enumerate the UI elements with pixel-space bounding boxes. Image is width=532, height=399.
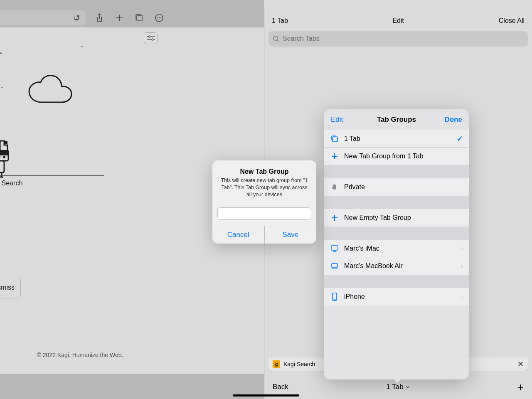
home-indicator[interactable] [233,394,299,397]
row-label: Private [344,183,463,191]
new-tab-group-alert: New Tab Group This will create new tab g… [212,160,316,244]
popover-edit-button[interactable]: Edit [331,116,374,124]
laptop-icon [330,263,339,269]
new-tab-group-from-row[interactable]: New Tab Group from 1 Tab [324,148,469,165]
svg-line-26 [277,40,279,42]
tab-group-row-1tab[interactable]: 1 Tab ✓ [324,130,469,148]
device-row-macbook[interactable]: Marc's MacBook Air › [324,257,469,275]
svg-rect-28 [331,246,338,250]
new-tab-button[interactable]: + [440,381,524,394]
checkmark-icon: ✓ [457,134,463,143]
desktop-icon [330,245,339,252]
alert-message: This will create new tab group from "1 T… [219,177,310,198]
tab-count-label: 1 Tab [272,17,356,25]
chevron-down-icon [405,384,410,389]
hand-icon [330,183,339,191]
private-row[interactable]: Private [324,178,469,196]
search-tabs-input[interactable] [283,35,524,42]
search-icon [273,35,279,42]
alert-title: New Tab Group [219,168,310,175]
svg-point-25 [273,36,278,40]
tab-groups-popover: Edit Tab Groups Done 1 Tab ✓ New Tab Gro… [324,109,469,379]
chevron-right-icon: › [461,293,463,300]
save-button[interactable]: Save [264,226,317,244]
svg-rect-27 [332,137,337,142]
plus-icon [330,214,339,222]
cancel-button[interactable]: Cancel [212,226,264,244]
plus-icon [330,153,339,160]
new-empty-tab-group-row[interactable]: New Empty Tab Group [324,209,469,227]
tabs-stack-icon [330,135,339,143]
device-row-iphone[interactable]: iPhone › [324,288,469,305]
row-label: iPhone [344,293,456,300]
search-tabs-field[interactable] [268,31,528,47]
alert-text-input[interactable] [217,207,311,220]
favicon-icon: g [273,360,280,368]
row-label: 1 Tab [344,135,452,143]
row-label: Marc's iMac [344,245,456,252]
tab-group-selector[interactable]: 1 Tab [356,383,440,391]
popover-done-button[interactable]: Done [419,116,462,124]
svg-rect-31 [332,264,337,267]
popover-arrow [393,378,401,383]
device-row-imac[interactable]: Marc's iMac › [324,240,469,257]
chevron-right-icon: › [461,262,463,270]
back-button[interactable]: Back [273,383,356,391]
phone-icon [330,293,339,301]
chevron-right-icon: › [461,245,463,252]
close-all-button[interactable]: Close All [440,17,525,25]
tab-overview-header: 1 Tab Edit Close All [264,13,532,28]
close-tab-icon[interactable]: ✕ [517,360,524,369]
edit-button[interactable]: Edit [356,17,441,25]
row-label: Marc's MacBook Air [344,262,456,270]
row-label: New Empty Tab Group [344,214,463,222]
row-label: New Tab Group from 1 Tab [344,153,463,160]
popover-title: Tab Groups [374,116,418,124]
